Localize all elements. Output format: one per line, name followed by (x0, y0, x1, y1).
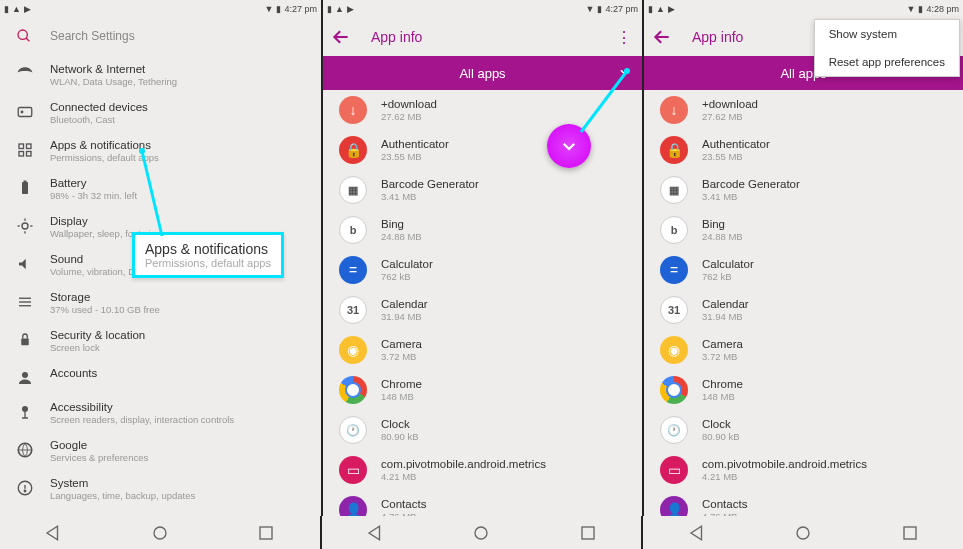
menu-reset-prefs[interactable]: Reset app preferences (815, 48, 959, 76)
app-icon: ▭ (339, 456, 367, 484)
back-icon[interactable] (331, 27, 353, 47)
app-row[interactable]: =Calculator762 kB (644, 250, 963, 290)
settings-row-security-location[interactable]: Security & locationScreen lock (0, 322, 321, 360)
nav-home[interactable] (151, 524, 169, 542)
svg-point-3 (21, 111, 23, 113)
battery-icon: ▮ (276, 4, 281, 14)
app-icon: 31 (660, 296, 688, 324)
app-row[interactable]: 🔒Authenticator23.55 MB (323, 130, 642, 170)
settings-row-connected-devices[interactable]: Connected devicesBluetooth, Cast (0, 94, 321, 132)
nav-home[interactable] (472, 524, 490, 542)
search-icon (16, 28, 32, 44)
app-row[interactable]: Chrome148 MB (323, 370, 642, 410)
settings-icon (16, 331, 34, 349)
app-icon: ▦ (660, 176, 688, 204)
settings-row-battery[interactable]: Battery98% - 3h 32 min. left (0, 170, 321, 208)
nav-back[interactable] (44, 524, 62, 542)
settings-row-system[interactable]: SystemLanguages, time, backup, updates (0, 470, 321, 508)
app-icon (339, 376, 367, 404)
chevron-down-icon (618, 65, 632, 79)
app-row[interactable]: 👤Contacts4.76 MB (644, 490, 963, 516)
settings-search-row[interactable]: Search Settings (0, 18, 321, 56)
status-bar: ▮▲▶ ▼▮4:27 pm (323, 0, 642, 18)
nav-recent[interactable] (901, 524, 919, 542)
svg-point-23 (24, 490, 26, 492)
settings-icon (16, 403, 34, 421)
back-icon[interactable] (652, 27, 674, 47)
app-row[interactable]: ▦Barcode Generator3.41 MB (644, 170, 963, 210)
app-row[interactable]: ◉Camera3.72 MB (323, 330, 642, 370)
app-icon: ▦ (339, 176, 367, 204)
app-row[interactable]: ▭com.pivotmobile.android.metrics4.21 MB (644, 450, 963, 490)
app-row[interactable]: 🕐Clock80.90 kB (323, 410, 642, 450)
app-icon: = (660, 256, 688, 284)
wifi-icon: ▼ (265, 4, 274, 14)
app-icon: ↓ (339, 96, 367, 124)
app-row[interactable]: 👤Contacts4.76 MB (323, 490, 642, 516)
app-row[interactable]: ▭com.pivotmobile.android.metrics4.21 MB (323, 450, 642, 490)
play-icon: ▶ (24, 4, 31, 14)
settings-icon (16, 369, 34, 387)
svg-marker-36 (691, 526, 702, 540)
svg-rect-6 (19, 152, 24, 157)
svg-rect-7 (27, 152, 32, 157)
clock-text: 4:27 pm (284, 4, 317, 14)
svg-point-0 (18, 30, 27, 39)
svg-rect-2 (18, 108, 32, 117)
app-icon: ◉ (660, 336, 688, 364)
overflow-menu: Show system Reset app preferences (814, 19, 960, 77)
nav-back[interactable] (688, 524, 706, 542)
app-row[interactable]: bBing24.88 MB (644, 210, 963, 250)
svg-point-37 (797, 527, 809, 539)
app-icon: 🔒 (660, 136, 688, 164)
settings-icon (16, 103, 34, 121)
svg-rect-9 (24, 181, 27, 183)
app-row[interactable]: ↓+download27.62 MB (323, 90, 642, 130)
settings-row-accounts[interactable]: Accounts (0, 360, 321, 394)
app-icon: 👤 (339, 496, 367, 516)
nav-recent[interactable] (579, 524, 597, 542)
svg-rect-5 (27, 144, 32, 149)
settings-icon (16, 441, 34, 459)
app-row[interactable]: 🕐Clock80.90 kB (644, 410, 963, 450)
settings-row-network-internet[interactable]: Network & InternetWLAN, Data Usage, Teth… (0, 56, 321, 94)
app-row[interactable]: 🔒Authenticator23.55 MB (644, 130, 963, 170)
app-row[interactable]: ◉Camera3.72 MB (644, 330, 963, 370)
nav-home[interactable] (794, 524, 812, 542)
nav-back[interactable] (366, 524, 384, 542)
settings-row-storage[interactable]: Storage37% used - 10.10 GB free (0, 284, 321, 322)
settings-row-google[interactable]: GoogleServices & preferences (0, 432, 321, 470)
app-row[interactable]: =Calculator762 kB (323, 250, 642, 290)
svg-marker-33 (369, 526, 380, 540)
overflow-menu-icon[interactable]: ⋮ (614, 28, 634, 47)
settings-icon (16, 293, 34, 311)
settings-row-accessibility[interactable]: AccessibilityScreen readers, display, in… (0, 394, 321, 432)
folder-icon: ▮ (4, 4, 9, 14)
app-row[interactable]: bBing24.88 MB (323, 210, 642, 250)
app-icon: ↓ (660, 96, 688, 124)
app-row[interactable]: 31Calendar31.94 MB (644, 290, 963, 330)
nav-recent[interactable] (257, 524, 275, 542)
app-row[interactable]: ↓+download27.62 MB (644, 90, 963, 130)
svg-marker-30 (47, 526, 58, 540)
app-row[interactable]: ▦Barcode Generator3.41 MB (323, 170, 642, 210)
settings-row-apps-notifications[interactable]: Apps & notificationsPermissions, default… (0, 132, 321, 170)
app-icon: b (660, 216, 688, 244)
svg-point-19 (22, 372, 28, 378)
svg-point-34 (475, 527, 487, 539)
app-row[interactable]: 31Calendar31.94 MB (323, 290, 642, 330)
callout-apps-notifications: Apps & notifications Permissions, defaul… (132, 232, 284, 278)
svg-rect-32 (260, 527, 272, 539)
menu-show-system[interactable]: Show system (815, 20, 959, 48)
svg-rect-18 (21, 339, 29, 346)
app-row[interactable]: Chrome148 MB (644, 370, 963, 410)
app-icon: 👤 (660, 496, 688, 516)
highlight-chevron-circle (547, 124, 591, 168)
filter-all-apps[interactable]: All apps (323, 56, 642, 90)
settings-icon (16, 255, 34, 273)
settings-icon (16, 479, 34, 497)
app-icon: = (339, 256, 367, 284)
app-icon: 🕐 (660, 416, 688, 444)
svg-point-10 (22, 223, 28, 229)
app-icon: ◉ (339, 336, 367, 364)
